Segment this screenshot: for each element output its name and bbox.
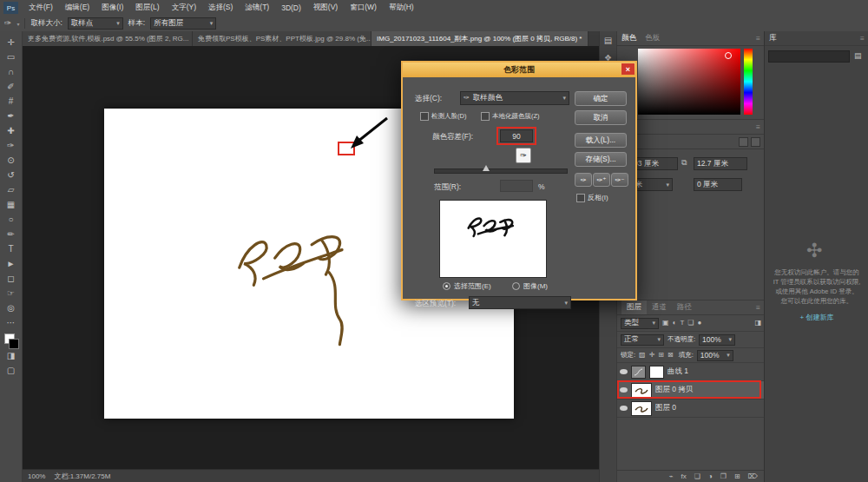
fill-field[interactable]: 100% ▾ xyxy=(697,350,733,361)
opacity-field[interactable]: 100% ▾ xyxy=(699,334,735,346)
move-tool-icon[interactable]: ✛ xyxy=(0,35,23,50)
fuzziness-input[interactable]: 90 xyxy=(500,129,533,142)
menu-item-layer[interactable]: 图层(L) xyxy=(130,3,164,13)
menu-item-type[interactable]: 文字(Y) xyxy=(167,3,201,13)
select-dropdown[interactable]: ✑ 取样颜色 ▾ xyxy=(460,91,569,105)
layer-name[interactable]: 图层 0 拷贝 xyxy=(655,385,693,395)
menu-item-filter[interactable]: 滤镜(T) xyxy=(240,3,274,13)
detect-faces-checkbox[interactable]: 检测人脸(D) xyxy=(420,112,466,121)
zoom-level[interactable]: 100% xyxy=(28,472,45,480)
quick-selection-tool-icon[interactable]: ✐ xyxy=(0,79,23,94)
visibility-eye-icon[interactable] xyxy=(620,406,628,411)
hue-slider[interactable] xyxy=(744,49,753,115)
eyedropper-sample-button[interactable]: ✑ xyxy=(575,173,592,187)
visibility-eye-icon[interactable] xyxy=(620,387,628,393)
hand-tool-icon[interactable]: ☞ xyxy=(0,286,23,300)
properties-header-icon[interactable] xyxy=(751,137,760,147)
menu-item-help[interactable]: 帮助(H) xyxy=(384,3,419,13)
layer-thumbnail[interactable] xyxy=(631,383,652,398)
history-panel-icon[interactable]: ▤ xyxy=(604,36,612,45)
screen-mode-icon[interactable]: ▢ xyxy=(0,363,23,378)
eyedropper-tool-icon[interactable]: ✒ xyxy=(0,109,23,123)
create-new-library-link[interactable]: + 创建新库 xyxy=(765,313,868,322)
layer-effects-icon[interactable]: fx xyxy=(681,473,687,480)
menu-item-image[interactable]: 图像(I) xyxy=(96,3,128,13)
marquee-tool-icon[interactable]: ▭ xyxy=(0,50,23,64)
adjustment-filter-icon[interactable]: ◐ xyxy=(673,320,677,327)
type-filter-icon[interactable]: T xyxy=(680,320,684,327)
pixel-filter-icon[interactable]: ▣ xyxy=(662,320,669,327)
color-swatches[interactable] xyxy=(4,333,18,348)
color-field-marker[interactable] xyxy=(725,52,732,59)
layer-row-layer0-copy-selected[interactable]: 图层 0 拷贝 xyxy=(617,381,765,399)
shape-filter-icon[interactable]: ❏ xyxy=(687,320,694,327)
new-group-icon[interactable]: ❐ xyxy=(720,473,727,480)
crop-tool-icon[interactable]: # xyxy=(0,94,23,109)
localized-clusters-checkbox[interactable]: 本地化颜色簇(Z) xyxy=(481,112,540,121)
lock-pixels-icon[interactable]: ✛ xyxy=(649,352,655,359)
menu-item-3d[interactable]: 3D(D) xyxy=(276,3,306,12)
delete-layer-icon[interactable]: ⌦ xyxy=(748,473,758,480)
close-icon[interactable]: × xyxy=(587,35,589,43)
invert-checkbox[interactable]: 反相(I) xyxy=(576,193,608,202)
path-select-tool-icon[interactable]: ► xyxy=(0,256,23,271)
panel-menu-icon[interactable]: ≡ xyxy=(756,34,760,43)
zoom-tool-icon[interactable]: ◎ xyxy=(0,300,23,315)
layer-row-layer0[interactable]: 图层 0 xyxy=(617,399,765,418)
library-view-icon[interactable]: ▤ xyxy=(854,52,862,60)
panel-menu-icon[interactable]: ≡ xyxy=(756,303,760,312)
load-button[interactable]: 载入(L)... xyxy=(575,133,627,148)
eyedropper-add-button[interactable]: ✑⁺ xyxy=(593,173,610,187)
tab-swatches[interactable]: 色板 xyxy=(645,33,660,43)
menu-item-file[interactable]: 文件(F) xyxy=(23,3,58,13)
type-tool-icon[interactable]: T xyxy=(0,241,23,256)
panel-menu-icon[interactable]: ≡ xyxy=(860,34,865,43)
offset-field[interactable]: 0 厘米 xyxy=(694,178,742,191)
save-button[interactable]: 存储(S)... xyxy=(575,152,627,167)
new-adjustment-icon[interactable]: ◑ xyxy=(708,473,713,480)
layer-row-curves[interactable]: 曲线 1 xyxy=(617,363,765,381)
menu-item-window[interactable]: 窗口(W) xyxy=(345,3,382,13)
height-field[interactable]: 12.7 厘米 xyxy=(694,157,747,170)
color-field[interactable] xyxy=(638,49,740,115)
eraser-tool-icon[interactable]: ▱ xyxy=(0,182,23,197)
image-radio[interactable]: 图像(M) xyxy=(512,281,548,291)
lock-transparency-icon[interactable]: ▨ xyxy=(639,352,646,359)
document-tab-active[interactable]: IMG_20171023_111604_副本.png @ 100% (图层 0 … xyxy=(372,31,589,46)
selection-radio[interactable]: 选择范围(E) xyxy=(443,281,491,291)
adjustments-panel-header[interactable]: 调整 ≡ xyxy=(617,120,765,135)
document-tab-1[interactable]: 更多免费资源,软件,模板.psd @ 55.5% (图层 2, RG... × xyxy=(23,31,193,46)
blend-mode-dropdown[interactable]: 正常 ▾ xyxy=(621,334,664,346)
layer-name[interactable]: 图层 0 xyxy=(655,403,676,413)
blur-tool-icon[interactable]: ○ xyxy=(0,212,23,227)
link-layers-icon[interactable]: ⌁ xyxy=(669,473,674,480)
edit-toolbar-icon[interactable]: ⋯ xyxy=(0,315,23,330)
lock-position-icon[interactable]: ⊞ xyxy=(658,352,664,359)
quick-mask-icon[interactable]: ◨ xyxy=(0,348,23,363)
tab-layers[interactable]: 图层 xyxy=(621,300,647,314)
brush-tool-icon[interactable]: ✑ xyxy=(0,138,23,153)
sample-dropdown[interactable]: 所有图层 ▾ xyxy=(150,17,216,30)
visibility-eye-icon[interactable] xyxy=(620,369,628,374)
pen-tool-icon[interactable]: ✏ xyxy=(0,227,23,241)
healing-tool-icon[interactable]: ✚ xyxy=(0,123,23,138)
tab-paths[interactable]: 路径 xyxy=(672,302,697,313)
lock-all-icon[interactable]: ⊠ xyxy=(667,352,674,359)
tab-color[interactable]: 颜色 xyxy=(621,33,636,43)
layer-name[interactable]: 曲线 1 xyxy=(667,366,688,377)
fuzziness-slider-track[interactable] xyxy=(434,168,568,174)
selection-preview-dropdown[interactable]: 无 ▾ xyxy=(469,296,571,309)
dialog-close-button[interactable]: × xyxy=(621,63,635,75)
lasso-tool-icon[interactable]: ∩ xyxy=(0,64,23,79)
dialog-title-bar[interactable]: 色彩范围 × xyxy=(403,63,635,77)
filter-toggle-icon[interactable]: ◨ xyxy=(754,320,761,327)
smartobject-filter-icon[interactable]: ● xyxy=(697,320,701,327)
sample-size-dropdown[interactable]: 取样点 ▾ xyxy=(68,17,123,30)
background-color-swatch[interactable] xyxy=(9,339,19,349)
tool-preset-arrow-icon[interactable]: ▾ xyxy=(16,21,19,27)
tab-channels[interactable]: 通道 xyxy=(647,302,672,313)
add-mask-icon[interactable]: ❏ xyxy=(694,473,700,480)
link-dimensions-icon[interactable]: ⧉ xyxy=(681,159,687,167)
menu-item-edit[interactable]: 编辑(E) xyxy=(60,3,95,13)
menu-item-select[interactable]: 选择(S) xyxy=(203,3,238,13)
